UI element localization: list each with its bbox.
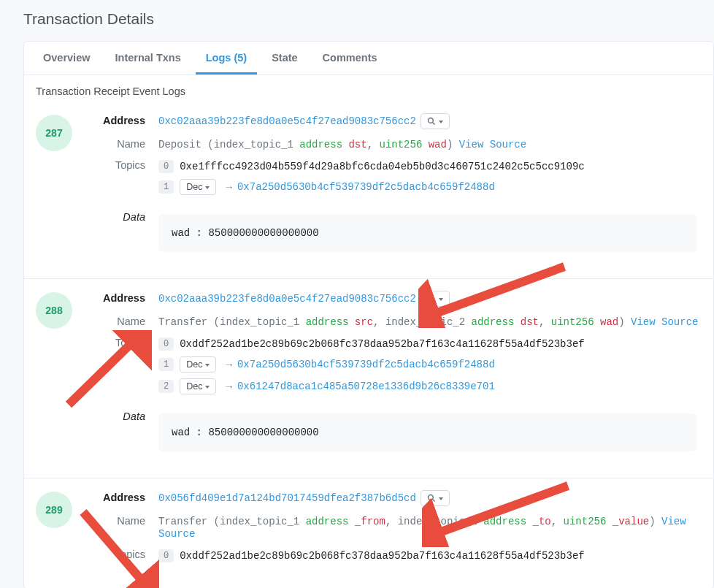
row-label-address: Address <box>91 492 158 503</box>
topic-index: 0 <box>158 549 174 562</box>
tab-overview[interactable]: Overview <box>33 42 101 75</box>
topic-decoded-link[interactable]: 0x7a250d5630b4cf539739df2c5dacb4c659f248… <box>237 181 495 193</box>
log-entry: 289Address0x056fd409e1d7a124bd7017459dfe… <box>24 478 713 588</box>
log-address-link[interactable]: 0xc02aaa39b223fe8d0a0e5c4f27ead9083c756c… <box>158 115 416 127</box>
log-index-badge: 288 <box>36 292 72 329</box>
tab-logs-5[interactable]: Logs (5) <box>196 42 257 75</box>
arrow-right-icon: → <box>223 381 234 392</box>
decode-format-select[interactable]: Dec <box>180 356 216 373</box>
logs-card: OverviewInternal TxnsLogs (5)StateCommen… <box>23 41 714 588</box>
log-address-link[interactable]: 0x056fd409e1d7a124bd7017459dfea2f387b6d5… <box>158 492 416 504</box>
event-signature: Deposit (index_topic_1 address dst, uint… <box>158 138 702 150</box>
svg-line-3 <box>432 300 434 302</box>
row-label-name: Name <box>91 316 158 327</box>
event-signature: Transfer (index_topic_1 address src, ind… <box>158 316 702 328</box>
data-value: 850000000000000000 <box>208 227 318 239</box>
row-label-data: Data <box>91 411 158 451</box>
topic-index: 0 <box>158 160 174 173</box>
chevron-down-icon <box>205 359 210 370</box>
view-source-link[interactable]: View Source <box>459 139 526 150</box>
arrow-right-icon: → <box>223 181 234 193</box>
log-index-badge: 289 <box>36 492 72 528</box>
tab-state[interactable]: State <box>261 42 307 75</box>
tabs: OverviewInternal TxnsLogs (5)StateCommen… <box>24 42 713 75</box>
log-entry: 288Address0xc02aaa39b223fe8d0a0e5c4f27ea… <box>24 279 713 478</box>
topic-decoded-link[interactable]: 0x7a250d5630b4cf539739df2c5dacb4c659f248… <box>237 359 495 370</box>
data-value: 850000000000000000 <box>208 427 318 438</box>
decode-format-select[interactable]: Dec <box>180 179 216 195</box>
svg-line-5 <box>432 500 434 502</box>
event-signature: Transfer (index_topic_1 address _from, i… <box>158 515 702 540</box>
row-label-address: Address <box>91 292 158 304</box>
log-index-badge: 287 <box>36 115 72 151</box>
row-label-topics: Topics <box>91 549 158 560</box>
topic-index: 1 <box>158 358 174 371</box>
page-title: Transaction Details <box>23 10 714 28</box>
row-label-topics: Topics <box>91 337 158 348</box>
decode-format-select[interactable]: Dec <box>180 378 216 394</box>
chevron-down-icon <box>439 294 443 304</box>
row-label-name: Name <box>91 138 158 150</box>
svg-point-4 <box>428 495 433 500</box>
section-caption: Transaction Receipt Event Logs <box>24 75 713 102</box>
topic-index: 0 <box>158 337 174 351</box>
chevron-down-icon <box>205 182 210 192</box>
arrow-right-icon: → <box>223 359 234 370</box>
row-label-address: Address <box>91 115 158 126</box>
tab-internal-txns[interactable]: Internal Txns <box>105 42 191 75</box>
chevron-down-icon <box>439 493 443 503</box>
data-box: wad : 850000000000000000 <box>158 413 697 451</box>
search-icon <box>427 117 436 126</box>
data-box: wad : 850000000000000000 <box>158 214 697 252</box>
topic-index: 2 <box>158 380 174 393</box>
svg-line-1 <box>432 123 434 125</box>
log-entry: 287Address0xc02aaa39b223fe8d0a0e5c4f27ea… <box>24 102 713 279</box>
topic-value: 0xddf252ad1be2c89b69c2b068fc378daa952ba7… <box>180 550 585 562</box>
topic-index: 1 <box>158 180 174 194</box>
svg-point-0 <box>428 118 433 123</box>
chevron-down-icon <box>205 381 210 392</box>
address-actions-button[interactable] <box>421 291 450 307</box>
tab-comments[interactable]: Comments <box>312 42 388 75</box>
svg-point-2 <box>428 296 433 301</box>
row-label-topics: Topics <box>91 159 158 171</box>
view-source-link[interactable]: View Source <box>631 316 698 328</box>
data-field: wad : <box>172 227 208 239</box>
topic-decoded-link[interactable]: 0x61247d8aca1c485a50728e1336d9b26c8339e7… <box>237 381 495 392</box>
address-actions-button[interactable] <box>421 113 450 129</box>
search-icon <box>427 294 436 303</box>
chevron-down-icon <box>439 116 443 126</box>
search-icon <box>427 494 436 503</box>
log-address-link[interactable]: 0xc02aaa39b223fe8d0a0e5c4f27ead9083c756c… <box>158 293 416 305</box>
address-actions-button[interactable] <box>421 490 450 506</box>
topic-value: 0xe1fffcc4923d04b559f4d29a8bfc6cda04eb5b… <box>180 161 585 172</box>
row-label-data: Data <box>91 211 158 252</box>
row-label-name: Name <box>91 515 158 527</box>
topic-value: 0xddf252ad1be2c89b69c2b068fc378daa952ba7… <box>180 338 585 350</box>
data-field: wad : <box>172 427 208 438</box>
